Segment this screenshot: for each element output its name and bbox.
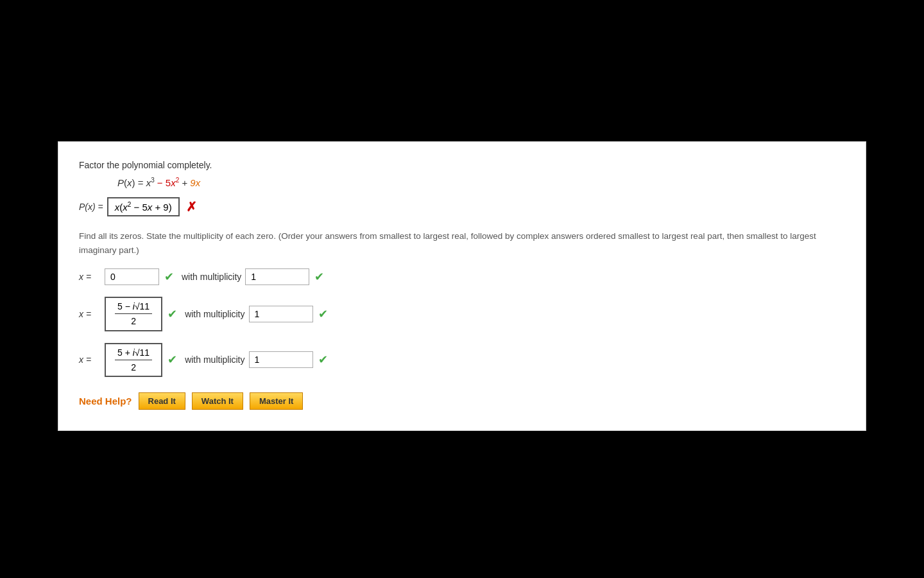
zero-row-2: x = 5 − i√11 2 ✔ with multiplicity ✔ [79,297,845,331]
zero2-mult-check-icon: ✔ [318,307,328,321]
polynomial-display: P(x) = x3 − 5x2 + 9x [79,177,845,188]
zero3-multiplicity-input[interactable] [249,351,313,368]
zero2-numerator: 5 − i√11 [115,301,152,314]
zero1-check-icon: ✔ [164,270,174,284]
zero1-multiplicity-input[interactable] [245,268,309,285]
zero2-mult-label: with multiplicity [185,309,244,319]
answer-prefix: P(x) = [79,202,103,212]
poly-px: P [117,177,124,188]
zero2-prefix: x = [79,309,99,319]
zero1-prefix: x = [79,272,99,282]
zero1-mult-label: with multiplicity [182,272,241,282]
zero3-check-icon: ✔ [167,353,177,367]
factored-answer-box: x(x2 − 5x + 9) [107,197,180,216]
zero-row-3: x = 5 + i√11 2 ✔ with multiplicity ✔ [79,343,845,377]
watch-it-button[interactable]: Watch It [192,392,243,410]
read-it-button[interactable]: Read It [139,392,185,410]
wrong-icon: ✗ [186,199,197,215]
zeros-instruction: Find all its zeros. State the multiplici… [79,229,845,257]
zero2-multiplicity-input[interactable] [249,306,313,322]
zero1-mult-check-icon: ✔ [314,270,324,284]
zero3-denominator: 2 [128,360,139,373]
zero3-mult-label: with multiplicity [185,355,244,365]
zero-row-1: x = ✔ with multiplicity ✔ [79,268,845,285]
factored-answer-row: P(x) = x(x2 − 5x + 9) ✗ [79,197,845,216]
zero1-input[interactable] [105,268,159,285]
master-it-button[interactable]: Master It [250,392,303,410]
zero3-value-box: 5 + i√11 2 [105,343,162,377]
zeros-section: x = ✔ with multiplicity ✔ x = 5 − i√11 2… [79,268,845,377]
zeros-instruction-text: Find all its zeros. State the multiplici… [79,231,816,255]
zero3-mult-check-icon: ✔ [318,353,328,367]
instruction-text: Factor the polynomial completely. [79,160,212,170]
need-help-section: Need Help? Read It Watch It Master It [79,392,845,410]
problem-instruction: Factor the polynomial completely. [79,160,845,170]
zero3-prefix: x = [79,355,99,365]
zero2-denominator: 2 [128,314,139,327]
zero2-value-box: 5 − i√11 2 [105,297,162,331]
need-help-label: Need Help? [79,396,132,407]
problem-card: Factor the polynomial completely. P(x) =… [58,141,866,431]
zero3-numerator: 5 + i√11 [115,347,152,360]
zero2-check-icon: ✔ [167,307,177,321]
